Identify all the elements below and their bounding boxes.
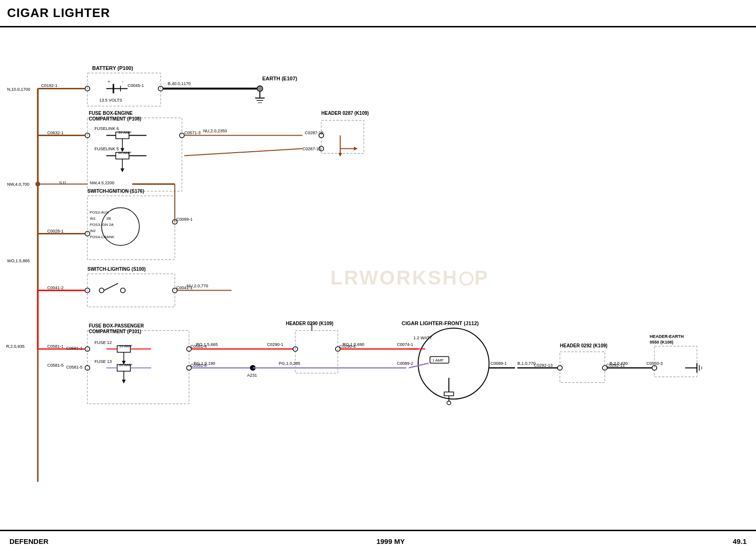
svg-marker-39 xyxy=(120,169,124,172)
svg-text:B,1.0,770: B,1.0,770 xyxy=(517,361,536,366)
footer-page: 49.1 xyxy=(733,537,747,545)
svg-text:C0287-15: C0287-15 xyxy=(305,130,324,135)
svg-point-18 xyxy=(257,86,263,92)
svg-text:20 AMP: 20 AMP xyxy=(119,363,132,367)
svg-text:POS3-IGN 2A: POS3-IGN 2A xyxy=(90,223,114,227)
header-bar: CIGAR LIGHTER xyxy=(0,0,756,27)
svg-rect-79 xyxy=(87,274,175,307)
svg-text:-: - xyxy=(122,79,123,84)
svg-text:C0571-3: C0571-3 xyxy=(184,130,201,135)
svg-text:C0074-1: C0074-1 xyxy=(397,342,413,347)
svg-text:FUSE BOX-ENGINE: FUSE BOX-ENGINE xyxy=(89,111,133,116)
svg-text:10 AMP: 10 AMP xyxy=(119,344,132,348)
footer-bar: DEFENDER 1999 MY 49.1 xyxy=(0,530,756,551)
svg-text:2B: 2B xyxy=(106,216,111,221)
svg-text:13.5 VOLTS: 13.5 VOLTS xyxy=(99,98,122,103)
svg-text:FUSELINK 5: FUSELINK 5 xyxy=(94,146,119,151)
svg-text:BATTERY (P100): BATTERY (P100) xyxy=(92,65,133,71)
svg-text:60 AMP: 60 AMP xyxy=(118,151,131,155)
svg-point-81 xyxy=(99,288,104,293)
svg-text:N,10.0,1700: N,10.0,1700 xyxy=(7,87,30,92)
svg-text:C0099-1: C0099-1 xyxy=(176,217,193,222)
svg-rect-127 xyxy=(295,331,338,373)
svg-text:SWITCH-LIGHTING (S100): SWITCH-LIGHTING (S100) xyxy=(87,267,146,272)
svg-text:1.2 WATT: 1.2 WATT xyxy=(413,336,432,340)
wiring-diagram: BATTERY (P100) + - 13.5 VOLTS N,10.0,170… xyxy=(0,27,756,530)
svg-text:C0192-1: C0192-1 xyxy=(41,83,58,88)
svg-rect-154 xyxy=(560,352,605,383)
svg-text:FUSE BOX-PASSENGER: FUSE BOX-PASSENGER xyxy=(89,323,144,328)
svg-text:C0089-1: C0089-1 xyxy=(490,361,507,366)
svg-text:IN2: IN2 xyxy=(90,229,96,233)
svg-text:30 AMP: 30 AMP xyxy=(118,130,131,135)
svg-text:C0581-5: C0581-5 xyxy=(47,363,64,368)
svg-rect-0 xyxy=(87,73,161,106)
svg-text:C0028-1: C0028-1 xyxy=(47,229,64,233)
footer-year: 1999 MY xyxy=(377,537,405,545)
svg-text:POS2-AUX: POS2-AUX xyxy=(90,210,109,215)
svg-point-147 xyxy=(447,401,451,405)
svg-point-83 xyxy=(120,288,125,293)
svg-line-53 xyxy=(184,149,302,156)
svg-text:1 AMP: 1 AMP xyxy=(432,358,444,362)
svg-text:SWITCH-IGNITION (S176): SWITCH-IGNITION (S176) xyxy=(87,189,144,194)
svg-text:POS4-CRANK: POS4-CRANK xyxy=(90,235,115,239)
svg-rect-145 xyxy=(444,392,454,396)
svg-text:EARTH (E107): EARTH (E107) xyxy=(262,76,297,81)
svg-marker-57 xyxy=(354,147,358,151)
svg-text:HEADER 0290 (K109): HEADER 0290 (K109) xyxy=(286,321,334,326)
svg-text:C0632-1: C0632-1 xyxy=(47,130,64,135)
svg-marker-108 xyxy=(122,380,126,384)
svg-text:C0581-1: C0581-1 xyxy=(47,344,64,349)
svg-text:+: + xyxy=(108,79,110,84)
svg-text:0550 (K108): 0550 (K108) xyxy=(650,340,673,344)
svg-text:NW,4.0,700: NW,4.0,700 xyxy=(7,182,29,187)
svg-text:NU,2.0,2350: NU,2.0,2350 xyxy=(203,129,227,133)
svg-text:CIGAR LIGHTER-FRONT (J112): CIGAR LIGHTER-FRONT (J112) xyxy=(402,320,479,326)
svg-text:FUSELINK 6: FUSELINK 6 xyxy=(94,126,119,131)
svg-text:HEADER 0292 (K109): HEADER 0292 (K109) xyxy=(560,343,608,348)
svg-text:HEADER 0287 (K109): HEADER 0287 (K109) xyxy=(321,111,369,116)
svg-text:C0581-1: C0581-1 xyxy=(66,346,83,351)
footer-vehicle: DEFENDER xyxy=(9,537,49,545)
svg-text:WO,1.5,865: WO,1.5,865 xyxy=(7,258,30,263)
svg-text:RO,1.0,690: RO,1.0,690 xyxy=(343,342,364,347)
svg-text:C0041-2: C0041-2 xyxy=(47,285,64,290)
svg-text:NW,4.5,2200: NW,4.5,2200 xyxy=(90,181,114,185)
svg-text:COMPARTMENT (P108): COMPARTMENT (P108) xyxy=(89,116,141,121)
svg-text:PG,1.0,285: PG,1.0,285 xyxy=(279,361,301,366)
svg-marker-55 xyxy=(338,153,342,157)
svg-text:C0287-16: C0287-16 xyxy=(302,146,321,151)
svg-text:FUSE 12: FUSE 12 xyxy=(94,340,112,345)
svg-text:IN1: IN1 xyxy=(90,216,96,221)
page-title: CIGAR LIGHTER xyxy=(7,6,110,20)
svg-text:C0581-5: C0581-5 xyxy=(66,365,83,370)
svg-text:HEADER-EARTH: HEADER-EARTH xyxy=(650,334,684,339)
svg-text:PG,1.0,190: PG,1.0,190 xyxy=(194,361,215,366)
svg-line-82 xyxy=(104,284,118,291)
page-container: CIGAR LIGHTER BATTERY (P100) + - 13.5 VO… xyxy=(0,0,756,551)
svg-text:NU,2.0,770: NU,2.0,770 xyxy=(187,284,208,288)
svg-text:C0290-1: C0290-1 xyxy=(267,342,284,347)
svg-text:C0089-2: C0089-2 xyxy=(397,361,413,366)
svg-text:R,2.0,935: R,2.0,935 xyxy=(6,344,25,349)
svg-rect-58 xyxy=(87,196,175,260)
svg-text:A231: A231 xyxy=(247,373,257,378)
svg-text:B,2.0,430: B,2.0,430 xyxy=(610,361,628,366)
svg-text:COMPARTMENT (P101): COMPARTMENT (P101) xyxy=(89,329,141,334)
svg-text:B,40.0,1170: B,40.0,1170 xyxy=(168,81,191,86)
svg-text:RO,1.5,665: RO,1.5,665 xyxy=(196,342,218,347)
diagram-area: BATTERY (P100) + - 13.5 VOLTS N,10.0,170… xyxy=(0,27,756,530)
svg-text:C0292-13: C0292-13 xyxy=(534,363,553,368)
svg-text:FUSE 13: FUSE 13 xyxy=(94,359,112,364)
svg-text:C0045-1: C0045-1 xyxy=(128,83,144,88)
